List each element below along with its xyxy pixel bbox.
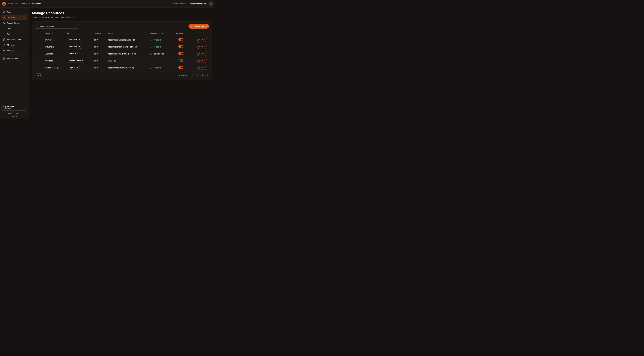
last-page-button[interactable] — [205, 74, 209, 77]
avatar[interactable]: J — [209, 2, 213, 6]
edit-button[interactable]: Edit — [197, 59, 207, 63]
resource-name: Authentik — [46, 53, 67, 55]
edit-button[interactable]: Edit — [197, 52, 207, 56]
row-menu-button[interactable]: ⋯ — [36, 46, 40, 48]
copy-button[interactable] — [134, 53, 136, 55]
sidebar-item-api-keys[interactable]: API Keys — [1, 42, 28, 48]
organization-picker-value: Home Lab — [3, 108, 14, 110]
previous-page-button[interactable] — [196, 74, 200, 77]
users-icon — [3, 22, 5, 24]
row-menu-button[interactable]: ⋯ — [36, 66, 40, 69]
row-menu-icon: ⋯ — [36, 46, 38, 48]
edit-label: Edit — [199, 39, 203, 41]
copy-button[interactable] — [133, 39, 135, 41]
auth-label: - — [150, 60, 150, 62]
main-content: Manage Resources Create secure proxies t… — [29, 8, 215, 119]
site-label: Home Lab — [68, 46, 77, 48]
documentation-link[interactable]: Documentation — [172, 2, 186, 5]
sidebar-item-settings[interactable]: Settings — [1, 48, 28, 53]
auth-status: Not Protected — [150, 53, 176, 55]
edit-button[interactable]: Edit — [197, 66, 207, 70]
sort-icon — [51, 32, 53, 34]
row-menu-icon: ⋯ — [36, 52, 38, 55]
row-menu-button[interactable]: ⋯ — [36, 60, 40, 62]
sidebar-item-shareable-links[interactable]: Shareable Links — [1, 37, 28, 42]
open-source-link[interactable]: Open Source — [1, 112, 28, 114]
copy-button[interactable] — [132, 67, 134, 69]
resource-access: https://bitwarden.example.com — [108, 46, 134, 48]
resource-access: https://immich.example.com — [108, 39, 132, 41]
copy-icon — [114, 60, 116, 62]
resource-protocol: TCP — [94, 46, 108, 48]
chevron-right-icon — [18, 3, 20, 4]
arrow-right-icon — [204, 39, 205, 41]
table-row: ⋯ Immich Home Lab TCP https://immich.exa… — [35, 36, 209, 43]
user-email[interactable]: joe@example.com — [189, 2, 206, 5]
row-menu-button[interactable]: ⋯ — [36, 38, 40, 41]
open-source-label: Open Source — [8, 112, 18, 114]
arrow-up-right-icon — [77, 67, 78, 68]
enabled-toggle[interactable] — [178, 66, 183, 69]
sidebar-item-label: Shareable Links — [7, 38, 21, 41]
sidebar-item-label: Access Control — [7, 22, 20, 24]
organization-picker[interactable]: Organization Home Lab — [1, 105, 28, 110]
edit-button[interactable]: Edit — [197, 45, 207, 49]
site-link-button[interactable]: Home Lab — [67, 38, 82, 42]
copy-icon — [135, 46, 137, 48]
copy-button[interactable] — [135, 46, 137, 48]
next-page-button[interactable] — [200, 74, 204, 77]
auth-label: Protected — [153, 67, 161, 69]
chevron-down-icon — [40, 74, 41, 76]
search-icon — [36, 25, 38, 28]
chevrons-right-icon — [206, 74, 208, 76]
auth-label: Protected — [153, 46, 161, 48]
sidebar-item-access-control[interactable]: Access Control — [1, 20, 28, 26]
sort-icon — [162, 32, 164, 34]
arrow-up-right-icon — [82, 60, 84, 62]
row-menu-button[interactable]: ⋯ — [36, 52, 40, 55]
pangolin-logo-icon[interactable] — [2, 2, 6, 6]
chevron-right-icon — [24, 28, 26, 30]
search-input[interactable] — [40, 25, 78, 28]
header-name[interactable]: Name — [46, 32, 67, 34]
toggle-knob — [181, 66, 183, 68]
site-link-button[interactable]: Edge 01 — [67, 66, 80, 70]
sidebar-item-label: Users — [7, 28, 12, 30]
header-enabled: Enabled — [176, 32, 192, 34]
first-page-button[interactable] — [191, 74, 195, 77]
sidebar-item-users[interactable]: Users — [1, 26, 28, 31]
sidebar-item-sites[interactable]: Sites — [1, 10, 28, 14]
copy-button[interactable] — [114, 60, 116, 62]
page-size-select[interactable]: 20 — [35, 74, 43, 77]
header-protocol: Protocol — [94, 32, 108, 34]
toggle-knob — [179, 60, 181, 62]
enabled-toggle[interactable] — [178, 59, 183, 62]
resource-protocol: TCP — [94, 53, 108, 55]
enabled-toggle[interactable] — [178, 45, 183, 48]
sidebar-item-server-admin[interactable]: Server Admin — [1, 56, 28, 61]
breadcrumb-home-lab[interactable]: home-lab — [8, 2, 17, 5]
site-link-button[interactable]: Second Office — [67, 59, 86, 63]
enabled-toggle[interactable] — [178, 52, 183, 55]
sidebar-item-resources[interactable]: Resources — [1, 15, 28, 20]
table-row: ⋯ Bitwarden Home Lab TCP https://bitward… — [35, 43, 209, 50]
breadcrumb-settings[interactable]: settings — [21, 2, 28, 5]
enabled-toggle[interactable] — [178, 38, 183, 41]
edit-button[interactable]: Edit — [197, 38, 207, 42]
copy-icon — [134, 53, 136, 55]
site-link-button[interactable]: Office — [67, 52, 78, 56]
sidebar-item-roles[interactable]: Roles — [1, 32, 28, 36]
table-row: ⋯ Battery Manager Edge 01 TCP https://ba… — [35, 64, 209, 71]
arrow-right-icon — [204, 46, 205, 48]
page-info: Page 1 of 1 — [179, 74, 188, 76]
site-link-button[interactable]: Home Lab — [67, 45, 82, 49]
arrow-up-right-icon — [75, 53, 76, 55]
search-box — [35, 24, 79, 28]
pagination: 20 Page 1 of 1 — [35, 74, 209, 77]
header-authentication[interactable]: Authentication — [150, 32, 176, 34]
edit-label: Edit — [199, 53, 203, 55]
toggle-knob — [181, 46, 183, 48]
external-link-icon — [19, 113, 20, 114]
header-site[interactable]: Site — [67, 32, 94, 34]
add-resource-button[interactable]: Add Resource — [188, 24, 209, 28]
